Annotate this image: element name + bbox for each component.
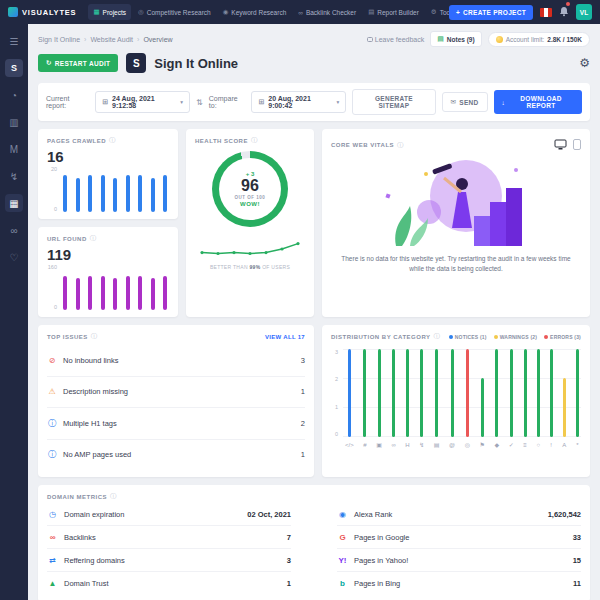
chart-icon[interactable]: ▥ <box>5 113 23 131</box>
report-builder-icon: ▤ <box>368 8 374 16</box>
generate-sitemap-button[interactable]: GENERATE SITEMAP <box>352 89 435 115</box>
health-verdict: WOW! <box>240 201 260 207</box>
dist-bar-wrap <box>435 349 438 437</box>
download-report-label: DOWNLOAD REPORT <box>508 95 574 109</box>
create-project-label: CREATE PROJECT <box>463 9 526 16</box>
nav-item-backlink-checker[interactable]: ∞Backlink Checker <box>293 5 361 20</box>
issue-icon: ⓘ <box>47 418 57 429</box>
issue-icon: ⓘ <box>47 449 57 460</box>
issue-row[interactable]: ⓘMultiple H1 tags2 <box>47 408 305 440</box>
category-icon: ◎ <box>465 441 470 449</box>
dist-column: H <box>405 349 409 449</box>
dist-bar-wrap <box>576 349 579 437</box>
category-icon: ⚑ <box>480 441 485 449</box>
avatar[interactable]: VL <box>576 4 592 20</box>
mini-bar <box>113 178 117 213</box>
competitive-research-icon: ◎ <box>138 8 144 16</box>
dist-bar-wrap <box>466 349 469 437</box>
mini-bar <box>63 175 67 212</box>
desktop-icon[interactable] <box>554 136 567 154</box>
category-icon: ▣ <box>376 441 382 449</box>
project-logo-tile[interactable]: S <box>5 59 23 77</box>
dist-column: ▤ <box>434 349 440 449</box>
metric-value: 33 <box>573 533 581 542</box>
dist-bar-wrap <box>481 349 484 437</box>
dist-column: ∞ <box>391 349 395 449</box>
health-trend-chart <box>196 234 304 262</box>
issue-row[interactable]: ⓘNo AMP pages used1 <box>47 440 305 471</box>
mini-bar <box>88 276 92 310</box>
distribution-title-text: DISTRIBUTION BY CATEGORY <box>331 334 431 340</box>
current-report-datepicker[interactable]: ⊞ 24 Aug, 2021 9:12:58 ▾ <box>95 91 190 113</box>
category-icon: ◆ <box>495 441 500 449</box>
issue-row[interactable]: ⊘No inbound links3 <box>47 345 305 377</box>
mini-bar <box>88 175 92 212</box>
download-report-button[interactable]: ↓ DOWNLOAD REPORT <box>494 90 582 114</box>
mini-bar <box>163 175 167 212</box>
audit-grid-icon[interactable]: ▦ <box>5 194 23 212</box>
nav-item-keyword-research[interactable]: ◉Keyword Research <box>218 4 292 20</box>
info-icon: ⓘ <box>109 136 116 145</box>
flag-icon[interactable] <box>540 8 552 17</box>
nav-item-label: Competitive Research <box>147 9 211 16</box>
metric-icon: b <box>337 579 348 588</box>
notes-icon: ▤ <box>437 35 444 43</box>
dist-bar <box>510 349 513 437</box>
bell-icon[interactable] <box>559 3 569 21</box>
nav-item-label: Report Builder <box>377 9 419 16</box>
metric-icon: Y! <box>337 556 348 565</box>
compare-datepicker[interactable]: ⊞ 20 Aug, 2021 9:00:42 ▾ <box>251 91 346 113</box>
breadcrumb-project[interactable]: Sign It Online <box>38 36 80 43</box>
link-icon[interactable]: ∞ <box>5 221 23 239</box>
thumbs-icon[interactable]: ♡ <box>5 248 23 266</box>
menu-icon[interactable]: ☰ <box>5 32 23 50</box>
account-limit-label: Account limit: <box>506 36 545 43</box>
restart-audit-button[interactable]: ↻ RESTART AUDIT <box>38 54 118 72</box>
gauge-icon[interactable]: ◔ <box>5 86 23 104</box>
metric-label: Alexa Rank <box>354 510 392 519</box>
nav-item-competitive-research[interactable]: ◎Competitive Research <box>133 4 216 20</box>
core-web-vitals-title-text: CORE WEB VITALS <box>331 142 394 148</box>
view-all-link[interactable]: VIEW ALL 17 <box>265 334 305 340</box>
issue-row[interactable]: ⚠Description missing1 <box>47 377 305 409</box>
metric-label: Reffering domains <box>64 556 125 565</box>
keyword-research-icon: ◉ <box>223 8 229 16</box>
send-button[interactable]: ✉ SEND <box>442 92 488 112</box>
legend-item: ERRORS (3) <box>544 334 581 340</box>
create-project-button[interactable]: + CREATE PROJECT <box>449 5 533 20</box>
legend-item: WARNINGS (2) <box>494 334 537 340</box>
dist-bar <box>378 349 381 437</box>
top-issues-title: TOP ISSUES ⓘ <box>47 332 98 341</box>
breadcrumb-section[interactable]: Website Audit <box>90 36 133 43</box>
dm-col-right: ◉Alexa Rank1,620,542GPages in Google33Y!… <box>337 503 581 595</box>
issue-count: 2 <box>301 419 305 428</box>
monitoring-icon[interactable]: M <box>5 140 23 158</box>
category-icon: ≡ <box>523 441 527 449</box>
metric-row: ⇄Reffering domains3 <box>47 549 291 572</box>
leave-feedback-link[interactable]: Leave feedback <box>367 36 424 43</box>
legend-label: WARNINGS (2) <box>500 334 537 340</box>
bolt-icon[interactable]: ↯ <box>5 167 23 185</box>
nav-item-report-builder[interactable]: ▤Report Builder <box>363 4 424 20</box>
mail-icon: ✉ <box>451 98 457 106</box>
main-content: Sign It Online › Website Audit › Overvie… <box>28 24 600 600</box>
dist-column: ○ <box>536 349 540 449</box>
info-icon: ⓘ <box>110 492 117 501</box>
metric-value: 7 <box>287 533 291 542</box>
mobile-icon[interactable] <box>573 136 581 154</box>
brand-logo-icon <box>8 7 18 17</box>
settings-gear-icon[interactable]: ⚙ <box>579 56 590 70</box>
dist-bar-wrap <box>378 349 381 437</box>
notes-button[interactable]: ▤ Notes (9) <box>430 31 481 47</box>
dist-column: ≡ <box>523 349 527 449</box>
dist-bar <box>435 349 438 437</box>
url-found-title: URL FOUND ⓘ <box>47 234 169 243</box>
dist-bar-wrap <box>406 349 409 437</box>
dist-columns: </>#▣∞H↯▤@◎⚑◆✓≡○!A* <box>345 349 579 449</box>
metric-value: 1 <box>287 579 291 588</box>
mini-bar <box>151 278 155 310</box>
breadcrumb-separator: › <box>137 36 139 43</box>
download-icon: ↓ <box>502 99 506 106</box>
nav-item-projects[interactable]: ▦Projects <box>88 4 131 20</box>
dist-column: </> <box>345 349 354 449</box>
